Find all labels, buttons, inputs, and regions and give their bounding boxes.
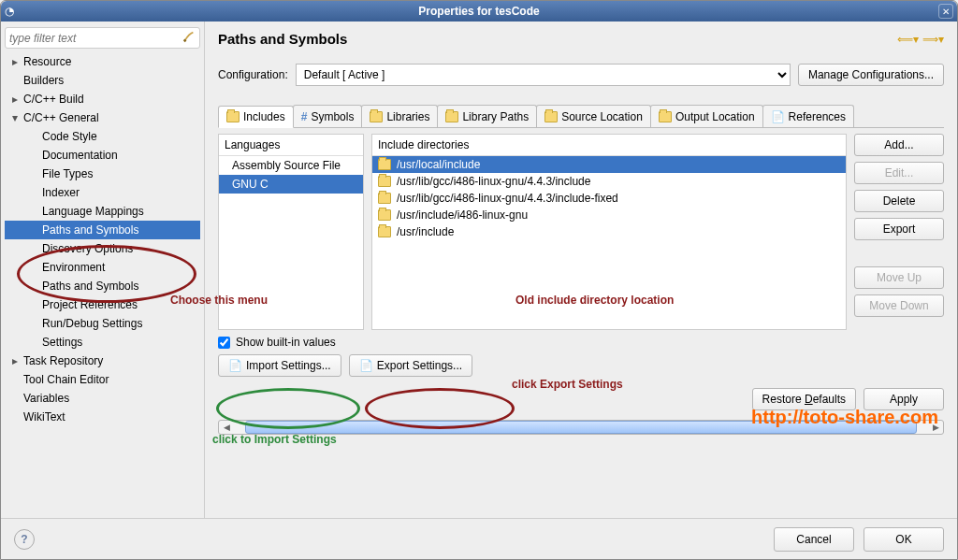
tree-item[interactable]: ▸C/C++ Build [5, 90, 200, 108]
tree-item[interactable]: Language Mappings [5, 202, 200, 221]
tree-item[interactable]: Environment [5, 258, 200, 277]
page-title: Paths and Symbols [218, 31, 347, 47]
tree-item[interactable]: Variables [5, 389, 200, 408]
folder-icon [378, 176, 391, 187]
tree-item[interactable]: ▸Task Repository [5, 352, 200, 370]
filter-input[interactable] [9, 32, 182, 45]
tree-item[interactable]: Documentation [5, 146, 200, 165]
folder-icon [659, 111, 672, 122]
edit-button[interactable]: Edit... [854, 162, 944, 184]
tree-item[interactable]: ▸Resource [5, 52, 200, 71]
folder-icon [544, 111, 558, 122]
window-close-button[interactable]: ✕ [938, 4, 953, 19]
folder-icon [378, 209, 391, 221]
include-item[interactable]: /usr/lib/gcc/i486-linux-gnu/4.4.3/includ… [372, 190, 846, 207]
tree-item-label: Discovery Options [42, 242, 133, 255]
tree-item[interactable]: Run/Debug Settings [5, 314, 200, 333]
tree-sidebar: ▸ResourceBuilders▸C/C++ Build▾C/C++ Gene… [1, 22, 205, 518]
move-up-button[interactable]: Move Up [854, 266, 944, 289]
tree-item[interactable]: Settings [5, 333, 200, 352]
expand-arrow-icon[interactable]: ▸ [10, 55, 20, 68]
tab-includes[interactable]: Includes [218, 106, 294, 128]
export-button[interactable]: Export [854, 218, 944, 240]
include-item[interactable]: /usr/include/i486-linux-gnu [372, 207, 846, 223]
tree-item[interactable]: Code Style [5, 127, 200, 146]
tab-library-paths[interactable]: Library Paths [437, 105, 537, 127]
export-icon: 📄 [359, 359, 373, 372]
import-settings-button[interactable]: 📄 Import Settings... [218, 354, 341, 377]
tree-item-label: Environment [42, 261, 105, 274]
tree-item-label: Indexer [42, 186, 80, 199]
tab-references[interactable]: 📄References [762, 105, 854, 127]
tree-item-label: WikiText [23, 410, 65, 424]
tree-item[interactable]: Indexer [5, 183, 200, 202]
tab-output-location[interactable]: Output Location [650, 105, 763, 127]
cancel-button[interactable]: Cancel [774, 527, 854, 552]
tree-item-label: Code Style [42, 130, 97, 143]
folder-icon [378, 193, 391, 204]
expand-arrow-icon[interactable]: ▸ [10, 354, 20, 367]
show-builtin-checkbox[interactable] [218, 337, 230, 349]
include-path: /usr/include/i486-linux-gnu [397, 208, 528, 222]
tab-symbols[interactable]: #Symbols [293, 105, 363, 127]
tree-item[interactable]: Tool Chain Editor [5, 370, 200, 389]
configuration-label: Configuration: [218, 68, 288, 81]
include-path: /usr/include [397, 225, 454, 238]
configuration-select[interactable]: Default [ Active ] [296, 64, 791, 86]
show-builtin-label: Show built-in values [236, 336, 336, 349]
tree-item-label: Paths and Symbols [42, 280, 138, 293]
tree-item[interactable]: Paths and Symbols [5, 221, 200, 239]
folder-icon [370, 111, 383, 122]
languages-column: Languages Assembly Source FileGNU C [218, 134, 364, 330]
move-down-button[interactable]: Move Down [854, 294, 944, 317]
tree-item-label: Run/Debug Settings [42, 317, 142, 330]
tree-item-label: C/C++ General [23, 111, 99, 124]
expand-arrow-icon[interactable]: ▾ [10, 111, 20, 124]
manage-configurations-button[interactable]: Manage Configurations... [798, 64, 944, 86]
language-item[interactable]: GNU C [219, 175, 363, 194]
clear-filter-icon[interactable] [182, 30, 196, 46]
tab-libraries[interactable]: Libraries [361, 105, 438, 127]
include-path: /usr/local/include [397, 158, 480, 171]
annotation-click-import: click to Import Settings [212, 433, 337, 446]
folder-icon [226, 111, 240, 122]
tree-item[interactable]: ▾C/C++ General [5, 108, 200, 127]
tree-item[interactable]: Project References [5, 295, 200, 314]
app-icon: ◔ [5, 5, 18, 18]
tree-item[interactable]: Paths and Symbols [5, 277, 200, 295]
language-item[interactable]: Assembly Source File [219, 156, 363, 175]
help-icon[interactable]: ? [14, 529, 35, 550]
tree-item-label: Documentation [42, 149, 118, 162]
add-button[interactable]: Add... [854, 134, 944, 156]
include-item[interactable]: /usr/local/include [372, 156, 846, 173]
apply-button[interactable]: Apply [864, 388, 944, 410]
tree-item[interactable]: WikiText [5, 408, 200, 426]
restore-defaults-button[interactable]: Restore Defaults [752, 388, 856, 410]
filter-box[interactable] [5, 27, 200, 49]
tree-item-label: Resource [23, 55, 71, 68]
tree-item-label: Builders [23, 74, 64, 87]
window-titlebar: ◔ Properties for tesCode ✕ [1, 1, 957, 22]
tree-item[interactable]: Builders [5, 71, 200, 90]
horizontal-scrollbar[interactable]: ◀ ▶ [218, 420, 944, 435]
file-icon: 📄 [771, 110, 785, 123]
back-arrow-icon[interactable]: ⟸▾ [897, 33, 919, 46]
tree-item-label: File Types [42, 167, 93, 180]
forward-arrow-icon[interactable]: ⟹▾ [922, 33, 944, 46]
tree-item-label: Language Mappings [42, 205, 144, 218]
include-directories-header: Include directories [372, 135, 846, 156]
import-icon: 📄 [228, 359, 242, 372]
include-item[interactable]: /usr/lib/gcc/i486-linux-gnu/4.4.3/includ… [372, 173, 846, 190]
expand-arrow-icon[interactable]: ▸ [10, 93, 20, 106]
tree-item[interactable]: File Types [5, 165, 200, 183]
ok-button[interactable]: OK [864, 527, 944, 552]
tree-item-label: Variables [23, 392, 69, 405]
tree-item-label: C/C++ Build [23, 93, 84, 106]
tree-item-label: Settings [42, 336, 82, 349]
tree-item-label: Task Repository [23, 354, 103, 367]
include-item[interactable]: /usr/include [372, 223, 846, 240]
delete-button[interactable]: Delete [854, 190, 944, 212]
export-settings-button[interactable]: 📄 Export Settings... [349, 354, 472, 377]
tree-item[interactable]: Discovery Options [5, 239, 200, 258]
tab-source-location[interactable]: Source Location [536, 105, 651, 127]
